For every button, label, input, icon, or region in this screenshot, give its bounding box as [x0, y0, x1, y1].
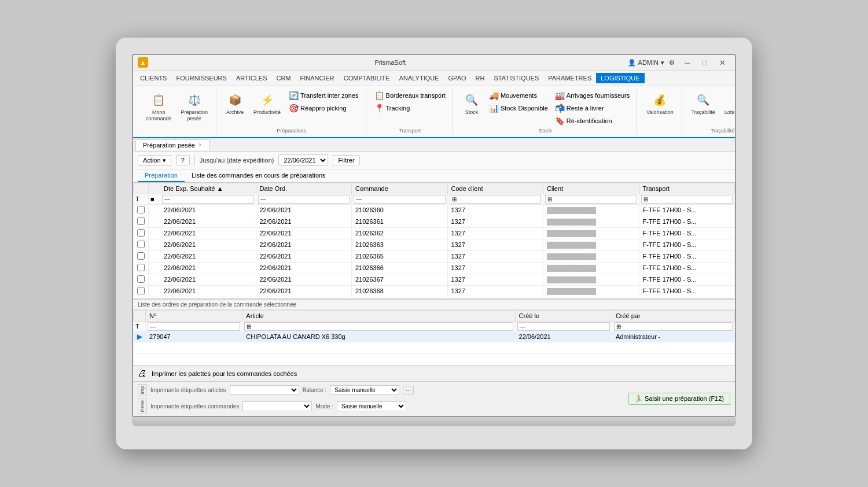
balance-config-btn[interactable]: ···	[403, 386, 413, 394]
col-indicator	[134, 310, 146, 321]
table-row[interactable]: 22/06/2021 22/06/2021 21026367 1327 ████…	[134, 274, 735, 285]
tab-bar: Préparation pesée ×	[133, 138, 735, 152]
minimize-button[interactable]: ─	[679, 57, 696, 68]
bottom-filter-num[interactable]	[146, 321, 242, 331]
tab-preparation-pesee[interactable]: Préparation pesée ×	[135, 139, 209, 150]
dropdown-balance[interactable]: Saisie manuelle	[330, 385, 399, 395]
filter-button[interactable]: Filtrer	[333, 155, 359, 165]
ribbon-btn-mono-commande[interactable]: 📋 Monocommande	[142, 90, 175, 124]
filter-input-client[interactable]	[545, 195, 637, 204]
filter-code[interactable]	[447, 194, 543, 204]
close-button[interactable]: ✕	[714, 57, 730, 68]
bottom-filter-input-cree-le[interactable]	[517, 322, 610, 331]
row-checkbox-1[interactable]	[137, 206, 145, 213]
ribbon-btn-stock-dispo[interactable]: 📊 Stock Disponible	[487, 102, 550, 114]
menu-analytique[interactable]: ANALYTIQUE	[395, 73, 444, 83]
menu-gpao[interactable]: GPAO	[444, 73, 471, 83]
filter-client[interactable]	[543, 194, 639, 204]
filter-input-code[interactable]	[450, 195, 542, 204]
row-checkbox-2[interactable]	[137, 217, 145, 225]
ribbon-btn-tracabilite[interactable]: 🔍 Traçabilité	[688, 90, 719, 118]
filter-date[interactable]	[256, 194, 352, 204]
table-row[interactable]: 22/06/2021 22/06/2021 21026361 1327 ████…	[134, 216, 735, 227]
reste-icon: 📬	[555, 104, 565, 113]
ribbon-btn-stock[interactable]: 🔍 Stock	[459, 90, 484, 118]
menu-crm[interactable]: CRM	[271, 73, 295, 83]
action-button[interactable]: Action ▾	[138, 155, 171, 166]
menu-rh[interactable]: RH	[471, 73, 490, 83]
filter-input-dte[interactable]	[162, 195, 254, 204]
menu-fournisseurs[interactable]: FOURNISSEURS	[171, 73, 231, 83]
ribbon-group-preparations-label: Préparations	[222, 128, 361, 134]
ribbon-group-valorisation: 💰 Valorisation	[638, 88, 682, 135]
main-table-container[interactable]: Dte Exp. Souhaité ▲ Date Ord. Commande C…	[133, 183, 735, 297]
settings-icon[interactable]: ⚙	[669, 59, 675, 67]
menu-statistiques[interactable]: STATISTIQUES	[489, 73, 543, 83]
filter-cmd[interactable]	[352, 194, 448, 204]
col-commande: Commande	[352, 183, 448, 194]
ribbon-btn-bordereaux[interactable]: 📋 Bordereaux transport	[372, 90, 448, 101]
ribbon-btn-arrivages[interactable]: 🏭 Arrivages fournisseurs	[553, 90, 632, 101]
row-checkbox-5[interactable]	[137, 252, 145, 260]
bottom-table-row[interactable]: ▶ 279047 CHIPOLATA AU CANARD X6 330g 22/…	[134, 331, 735, 342]
filter-input-date[interactable]	[258, 195, 350, 204]
bottom-table-container[interactable]: N° Article Créé le Créé par T	[133, 310, 735, 366]
menu-logistique[interactable]: LOGISTIQUE	[596, 73, 644, 83]
filter-transport[interactable]	[639, 194, 735, 204]
maximize-button[interactable]: □	[697, 57, 713, 68]
date-dropdown[interactable]: 22/06/2021	[278, 154, 328, 166]
table-row[interactable]: 22/06/2021 22/06/2021 21026362 1327 ████…	[134, 227, 735, 239]
bottom-filter-input-cree-par[interactable]	[614, 322, 733, 331]
bottom-filter-cree-par[interactable]	[612, 321, 734, 331]
ribbon-btn-tracking[interactable]: 📍 Tracking	[372, 102, 448, 114]
help-button[interactable]: ?	[176, 155, 190, 165]
label-imprimante-articles: Imprimante étiquettes articles	[150, 387, 226, 393]
table-row[interactable]: 22/06/2021 22/06/2021 21026366 1327 ████…	[134, 262, 735, 274]
ribbon-btn-reste[interactable]: 📬 Reste à livrer	[553, 102, 632, 114]
date-label: Jusqu'au (date expédition)	[200, 157, 274, 164]
saisir-preparation-button[interactable]: 🏃 Saisir une préparation (F12)	[628, 393, 730, 405]
bottom-filter-cree-le[interactable]	[515, 321, 612, 331]
dropdown-imprimante-commandes[interactable]	[242, 401, 312, 411]
menu-comptabilite[interactable]: COMPTABILITE	[339, 73, 395, 83]
bottom-filter-input-article[interactable]	[244, 322, 513, 331]
tab-close-button[interactable]: ×	[198, 142, 202, 148]
row-checkbox-4[interactable]	[137, 241, 145, 248]
dropdown-mode[interactable]: Saisie manuelle	[337, 401, 406, 411]
table-row[interactable]: 22/06/2021 22/06/2021 21026363 1327 ████…	[134, 239, 735, 250]
row-checkbox-8[interactable]	[137, 287, 145, 294]
filter-input-transport[interactable]	[641, 195, 733, 204]
menu-clients[interactable]: CLIENTS	[135, 73, 171, 83]
cell-code-1: 1327	[447, 204, 543, 216]
bottom-filter-input-num[interactable]	[148, 322, 240, 331]
menu-parametres[interactable]: PARAMETRES	[543, 73, 596, 83]
col-cree-le: Créé le	[515, 310, 612, 321]
dropdown-imprimante-articles[interactable]	[230, 385, 299, 395]
sub-tab-preparation[interactable]: Préparation	[138, 169, 185, 182]
menu-financier[interactable]: FINANCIER	[296, 73, 339, 83]
table-row[interactable]: 22/06/2021 22/06/2021 21026360 1327 ████…	[134, 204, 735, 216]
filter-input-cmd[interactable]	[354, 195, 446, 204]
bottom-filter-article[interactable]	[242, 321, 515, 331]
footer-row-articles: Imp Imprimante étiquettes articles Balan…	[138, 384, 625, 396]
menu-articles[interactable]: ARTICLES	[231, 73, 272, 83]
ribbon-btn-preparation-pesee[interactable]: ⚖️ Préparationpesée	[178, 90, 212, 124]
ribbon-btn-reappro[interactable]: 🎯 Réappro picking	[286, 102, 361, 114]
ribbon-btn-productivite[interactable]: ⚡ Productivité	[250, 90, 284, 118]
sub-tab-liste-commandes[interactable]: Liste des commandes en cours de préparat…	[185, 169, 333, 182]
ribbon-btn-archive[interactable]: 📦 Archive	[222, 90, 248, 118]
row-checkbox-6[interactable]	[137, 264, 145, 271]
row-checkbox-3[interactable]	[137, 229, 145, 237]
filter-dte[interactable]	[160, 194, 256, 204]
ribbon-btn-reidentification[interactable]: 🔖 Ré-identification	[553, 115, 632, 127]
ribbon-btn-mouvements[interactable]: 🚚 Mouvements	[487, 90, 550, 101]
ribbon-btn-lots-bloques[interactable]: 🔒 Lots bloqués	[721, 90, 736, 118]
table-row[interactable]: 22/06/2021 22/06/2021 21026368 1327 ████…	[134, 285, 735, 297]
cell-date-4: 22/06/2021	[256, 239, 352, 250]
table-row[interactable]: 22/06/2021 22/06/2021 21026365 1327 ████…	[134, 250, 735, 262]
ribbon-btn-valorisation[interactable]: 💰 Valorisation	[643, 90, 676, 118]
balance-label: Balance :	[303, 387, 327, 393]
ribbon-btn-transfert[interactable]: 🔄 Transfert inter zones	[286, 90, 361, 101]
row-checkbox-7[interactable]	[137, 275, 145, 283]
stock-label: Stock	[465, 109, 479, 116]
